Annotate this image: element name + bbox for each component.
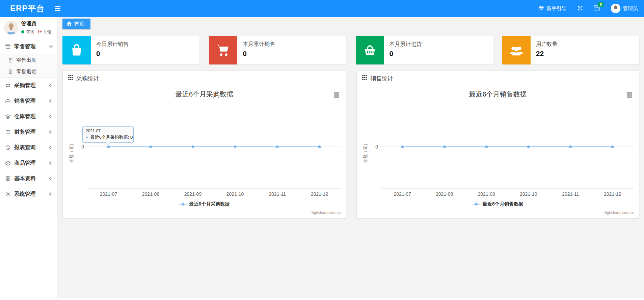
chart-legend-item[interactable]: 最近6个月采购数据 xyxy=(63,201,346,207)
stat-card-1: 本月累计销售0 xyxy=(209,36,346,64)
y-axis-title: 金额（元） xyxy=(69,141,74,163)
chart-legend-item[interactable]: 最近6个月销售数据 xyxy=(357,201,639,207)
legend-label: 最近6个月销售数据 xyxy=(483,201,523,207)
sidebar-subitem-label: 零售出库 xyxy=(16,57,36,63)
tab-home-label: 首页 xyxy=(74,21,84,27)
data-point[interactable] xyxy=(527,145,530,148)
stat-card-value: 22 xyxy=(536,50,558,58)
sidebar-item-sales[interactable]: 销售管理 xyxy=(0,93,57,109)
x-axis-tick-label: 2021-11 xyxy=(562,191,579,197)
sidebar: 管理员 在线 注销 零售管理零售出库零售退货采购管理销售管理仓库管理财务管理报表… xyxy=(0,17,57,300)
sidebar-item-purchase[interactable]: 采购管理 xyxy=(0,78,57,93)
app-logo: ERP平台 xyxy=(10,3,45,14)
chevron-left-icon xyxy=(49,114,53,118)
logout-link[interactable]: 注销 xyxy=(38,29,51,35)
sidebar-toggle-icon[interactable] xyxy=(53,4,62,13)
navbar-left: ERP平台 xyxy=(0,3,62,14)
avatar xyxy=(611,4,620,13)
highcharts-credits-link[interactable]: Highcharts.com.cn xyxy=(311,211,341,215)
home-icon xyxy=(66,21,72,27)
sidebar-item-goods[interactable]: 商品管理 xyxy=(0,155,57,171)
chevron-left-icon xyxy=(49,99,53,103)
data-point[interactable] xyxy=(569,145,572,148)
data-point[interactable] xyxy=(276,145,279,148)
logout-label: 注销 xyxy=(43,29,51,35)
guide-label: 新手引导 xyxy=(546,5,567,12)
bag-icon xyxy=(62,36,91,64)
chevron-left-icon xyxy=(49,83,53,87)
gift-icon xyxy=(5,44,11,50)
messages-button[interactable]: 0 xyxy=(594,5,600,12)
chart-tooltip: 2021-07● 最近6个月采购数据: 0 xyxy=(82,126,134,143)
sidebar-item-label: 系统管理 xyxy=(14,191,50,198)
sales-stats-panel: 销售统计 最近6个月销售数据2021-072021-082021-092021-… xyxy=(356,71,639,218)
sidebar-item-retail[interactable]: 零售管理 xyxy=(0,39,57,54)
stat-card-label: 本月累计销售 xyxy=(243,41,275,48)
online-status-label: 在线 xyxy=(26,29,34,35)
chart-plot-area[interactable]: 2021-072021-082021-092021-102021-112021-… xyxy=(63,86,346,218)
sidebar-item-reports[interactable]: 报表查询 xyxy=(0,140,57,155)
tooltip-series-label: 最近6个月采购数据 xyxy=(90,135,128,140)
stat-card-2: 本月累计进货0 xyxy=(356,36,493,64)
y-axis-tick-label: 0 xyxy=(375,144,378,149)
sidebar-item-retail-out[interactable]: 零售出库 xyxy=(0,54,57,66)
x-axis-tick-label: 2021-07 xyxy=(394,191,411,197)
x-axis-tick-label: 2021-09 xyxy=(478,191,495,197)
username-label: 管理员 xyxy=(623,5,638,12)
highcharts-credits-link[interactable]: Highcharts.com.cn xyxy=(603,211,634,215)
sidebar-item-retail-return[interactable]: 零售退货 xyxy=(0,66,57,77)
gem-icon xyxy=(538,5,544,12)
x-axis-tick-label: 2021-08 xyxy=(436,191,453,197)
sidebar-item-label: 商品管理 xyxy=(14,160,50,167)
basket-icon xyxy=(356,36,384,64)
data-point[interactable] xyxy=(485,145,488,148)
stat-card-value: 0 xyxy=(243,50,275,58)
panel-header: 采购统计 xyxy=(63,71,346,86)
doc-icon xyxy=(8,69,13,74)
chart-plot-area[interactable]: 2021-072021-082021-092021-102021-112021-… xyxy=(357,86,639,218)
online-status-dot xyxy=(21,30,24,33)
sidebar-item-label: 仓库管理 xyxy=(14,113,50,120)
sidebar-item-system[interactable]: 系统管理 xyxy=(0,186,57,202)
users-icon xyxy=(502,36,531,64)
guide-button[interactable]: 新手引导 xyxy=(538,5,567,12)
sidebar-username: 管理员 xyxy=(21,21,51,27)
tab-home[interactable]: 首页 xyxy=(62,19,90,29)
data-point[interactable] xyxy=(234,145,237,148)
sidebar-item-label: 报表查询 xyxy=(14,144,50,151)
sidebar-item-label: 基本资料 xyxy=(14,175,50,182)
data-point[interactable] xyxy=(443,145,446,148)
doc-icon xyxy=(8,58,13,63)
data-point[interactable] xyxy=(192,145,194,148)
x-axis-tick-label: 2021-12 xyxy=(604,191,621,197)
purchase-chart[interactable]: 最近6个月采购数据2021-072021-082021-092021-10202… xyxy=(63,86,346,218)
sidebar-item-label: 采购管理 xyxy=(14,82,50,89)
sidebar-item-basic[interactable]: 基本资料 xyxy=(0,171,57,186)
top-navbar: ERP平台 新手引导 0 xyxy=(0,0,644,17)
stat-card-label: 本月累计进货 xyxy=(390,41,422,48)
sidebar-menu: 零售管理零售出库零售退货采购管理销售管理仓库管理财务管理报表查询商品管理基本资料… xyxy=(0,39,57,202)
stat-card-3: 用户数量22 xyxy=(502,36,639,64)
th-grid-icon xyxy=(362,75,367,82)
tooltip-series-dot: ● xyxy=(86,135,88,140)
data-point[interactable] xyxy=(107,145,110,148)
stat-card-value: 0 xyxy=(96,50,129,58)
data-point[interactable] xyxy=(401,145,404,148)
data-point[interactable] xyxy=(318,145,321,148)
sidebar-item-finance[interactable]: 财务管理 xyxy=(0,124,57,140)
legend-marker-icon xyxy=(179,202,187,206)
x-axis-tick-label: 2021-10 xyxy=(520,191,537,197)
chevron-left-icon xyxy=(49,161,53,165)
data-point[interactable] xyxy=(611,145,614,148)
stat-cards-row: 今日累计销售0本月累计销售0本月累计进货0用户数量22 xyxy=(62,36,639,64)
sales-chart[interactable]: 最近6个月销售数据2021-072021-082021-092021-10202… xyxy=(357,86,639,218)
grid-icon xyxy=(5,176,11,182)
panel-header: 销售统计 xyxy=(357,71,639,86)
submenu-retail: 零售出库零售退货 xyxy=(0,54,57,78)
sidebar-item-label: 零售管理 xyxy=(14,43,50,50)
gear-icon xyxy=(5,191,11,197)
fullscreen-button[interactable] xyxy=(578,5,583,12)
sidebar-item-warehouse[interactable]: 仓库管理 xyxy=(0,109,57,124)
data-point[interactable] xyxy=(150,145,152,148)
user-menu[interactable]: 管理员 xyxy=(611,4,638,13)
